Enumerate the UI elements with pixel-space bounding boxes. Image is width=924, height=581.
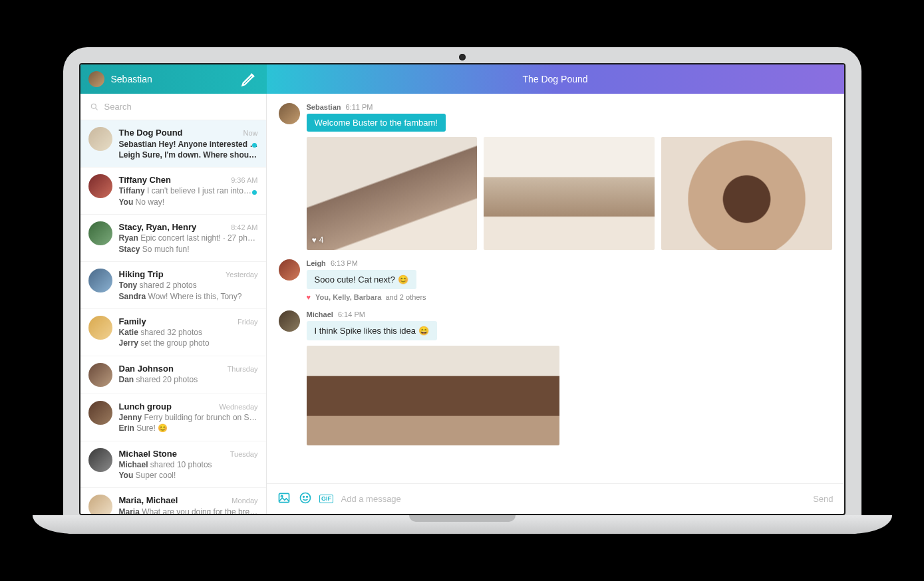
conversation-item[interactable]: Maria, MichaelMondayMaria What are you d… xyxy=(80,488,266,514)
photo-thumbnail[interactable]: ♥ 4 xyxy=(307,137,478,250)
svg-point-2 xyxy=(281,495,283,497)
app-window: Sebastian The Dog Pound xyxy=(79,63,846,515)
conversation-item[interactable]: Lunch groupWednesdayJenny Ferry building… xyxy=(80,394,266,441)
avatar[interactable] xyxy=(279,103,300,124)
conversation-preview-2: Erin Sure! 😊 xyxy=(119,423,258,433)
message-author: Leigh xyxy=(307,259,326,267)
photo-like-count: 4 xyxy=(319,235,324,245)
avatar[interactable] xyxy=(279,259,300,281)
likes-suffix: and 2 others xyxy=(385,293,426,301)
conversation-title: The Dog Pound xyxy=(119,127,183,139)
avatar xyxy=(88,127,112,151)
conversation-preview-2: Sandra Wow! Where is this, Tony? xyxy=(119,291,258,302)
conversation-item[interactable]: Michael StoneTuesdayMichael shared 10 ph… xyxy=(80,441,266,489)
app-header: Sebastian The Dog Pound xyxy=(80,64,844,94)
conversation-time: Tuesday xyxy=(230,449,258,459)
image-icon xyxy=(277,491,291,507)
unread-indicator-icon xyxy=(252,190,257,195)
current-user-avatar[interactable] xyxy=(88,71,104,87)
conversation-item[interactable]: Hiking TripYesterdayTony shared 2 photos… xyxy=(80,262,266,309)
conversation-preview-2: Stacy So much fun! xyxy=(119,244,258,255)
conversation-title: Michael Stone xyxy=(119,448,177,460)
conversation-time: Monday xyxy=(231,496,257,506)
message-input[interactable] xyxy=(341,494,806,504)
current-user-name: Sebastian xyxy=(111,74,152,84)
search-field[interactable]: Search xyxy=(80,94,266,120)
conversation-item[interactable]: Stacy, Ryan, Henry8:42 AMRyan Epic conce… xyxy=(80,215,266,262)
photo-thumbnail[interactable] xyxy=(661,137,832,250)
message-author: Sebastian xyxy=(307,103,341,111)
message-list: Sebastian 6:11 PM Welcome Buster to the … xyxy=(267,94,844,483)
emoji-button[interactable] xyxy=(299,493,312,506)
laptop-base xyxy=(33,515,892,534)
avatar xyxy=(88,448,112,472)
likes-names: You, Kelly, Barbara xyxy=(315,293,381,301)
search-icon xyxy=(90,102,99,112)
conversation-item[interactable]: Tiffany Chen9:36 AMTiffany I can't belie… xyxy=(80,168,266,215)
conversation-title: Lunch group xyxy=(119,401,172,413)
conversation-title: Maria, Michael xyxy=(119,495,178,507)
avatar xyxy=(88,221,112,245)
avatar xyxy=(88,174,112,198)
conversation-preview-2: You No way! xyxy=(119,197,258,207)
header-left: Sebastian xyxy=(80,64,267,94)
attach-image-button[interactable] xyxy=(277,493,291,506)
message-bubble: Sooo cute! Cat next? 😊 xyxy=(307,270,416,289)
conversation-time: Yesterday xyxy=(226,270,258,280)
avatar xyxy=(88,401,112,425)
message-bubble: Welcome Buster to the fambam! xyxy=(307,114,446,132)
avatar xyxy=(88,316,112,340)
photo-thumbnail[interactable] xyxy=(484,137,655,250)
conversation-time: 9:36 AM xyxy=(231,175,257,185)
conversation-preview-1: Dan shared 20 photos xyxy=(119,374,258,385)
conversation-item[interactable]: FamilyFridayKatie shared 32 photosJerry … xyxy=(80,309,266,356)
conversation-preview-1: Tiffany I can't believe I just ran into… xyxy=(119,185,258,196)
conversation-item[interactable]: The Dog PoundNowSebastian Hey! Anyone in… xyxy=(80,120,266,168)
conversation-time: Wednesday xyxy=(220,402,258,412)
pencil-icon xyxy=(240,69,259,90)
svg-point-5 xyxy=(306,497,307,498)
message-meta: Sebastian 6:11 PM xyxy=(307,103,832,111)
compose-button[interactable] xyxy=(240,70,259,88)
avatar xyxy=(88,363,112,387)
photo-gallery: ♥ 4 xyxy=(307,137,832,250)
conversation-preview-2: You Super cool! xyxy=(119,470,258,481)
conversation-title: Hiking Trip xyxy=(119,269,164,281)
laptop-frame: Sebastian The Dog Pound xyxy=(63,47,861,534)
conversation-list: The Dog PoundNowSebastian Hey! Anyone in… xyxy=(80,120,266,514)
camera-icon xyxy=(459,54,466,60)
avatar[interactable] xyxy=(279,310,300,332)
svg-point-3 xyxy=(300,493,310,503)
message-author: Michael xyxy=(307,310,333,318)
conversation-title: Family xyxy=(119,316,146,328)
conversation-preview-1: Sebastian Hey! Anyone interested in… xyxy=(119,139,258,150)
conversation-preview-1: Tony shared 2 photos xyxy=(119,280,258,290)
conversation-title: Tiffany Chen xyxy=(119,174,172,186)
composer: GIF Send xyxy=(267,483,844,514)
message: Leigh 6:13 PM Sooo cute! Cat next? 😊 ♥ Y… xyxy=(279,259,832,301)
message-likes[interactable]: ♥ You, Kelly, Barbara and 2 others xyxy=(307,293,832,301)
heart-icon: ♥ xyxy=(307,293,311,301)
svg-point-0 xyxy=(91,104,96,108)
chat-title: The Dog Pound xyxy=(267,64,844,94)
photo-like-badge: ♥ 4 xyxy=(312,235,324,245)
photo-thumbnail[interactable] xyxy=(307,346,559,445)
message-time: 6:13 PM xyxy=(331,259,358,267)
svg-rect-1 xyxy=(279,493,289,502)
sidebar: Search The Dog PoundNowSebastian Hey! An… xyxy=(80,94,267,514)
conversation-preview-1: Katie shared 32 photos xyxy=(119,327,258,338)
gif-icon: GIF xyxy=(319,495,333,503)
message-meta: Leigh 6:13 PM xyxy=(307,259,832,267)
conversation-title: Stacy, Ryan, Henry xyxy=(119,221,197,233)
message-meta: Michael 6:14 PM xyxy=(307,310,832,318)
gif-button[interactable]: GIF xyxy=(320,493,333,506)
conversation-time: Thursday xyxy=(228,364,258,374)
avatar xyxy=(88,269,112,292)
conversation-item[interactable]: Dan JohnsonThursdayDan shared 20 photos xyxy=(80,356,266,394)
conversation-time: Now xyxy=(243,128,257,138)
conversation-time: Friday xyxy=(237,317,258,327)
send-button[interactable]: Send xyxy=(813,494,833,504)
conversation-preview-1: Jenny Ferry building for brunch on Satur… xyxy=(119,412,258,423)
conversation-preview-2: Leigh Sure, I'm down. Where should… xyxy=(119,150,258,160)
message-time: 6:11 PM xyxy=(346,103,373,111)
